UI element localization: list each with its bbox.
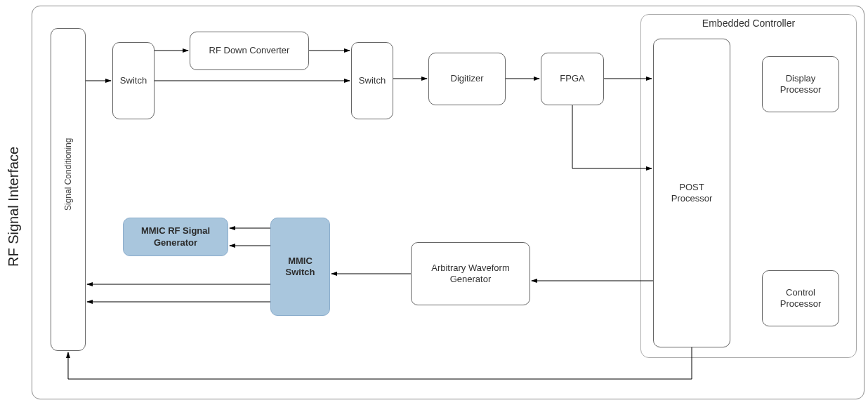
fpga-block: FPGA (541, 53, 604, 105)
post-processor-block: POST Processor (653, 39, 730, 347)
embedded-controller-title-text: Embedded Controller (702, 18, 795, 29)
display-processor-block: Display Processor (762, 56, 839, 112)
switch-2-block: Switch (351, 42, 393, 119)
rf-signal-interface-label: RF Signal Interface (6, 147, 22, 267)
mmic-rf-signal-generator-label: MMIC RF Signal Generator (128, 225, 223, 248)
control-processor-block: Control Processor (762, 270, 839, 326)
rf-down-converter-block: RF Down Converter (190, 32, 309, 70)
signal-conditioning-text: Signal Conditioning (63, 138, 73, 211)
mmic-rf-signal-generator-block: MMIC RF Signal Generator (123, 218, 228, 256)
awg-block: Arbitrary Waveform Generator (411, 242, 530, 305)
diagram-canvas: RF Signal Interface Signal Conditioning … (0, 0, 868, 405)
fpga-label: FPGA (560, 73, 584, 84)
awg-label: Arbitrary Waveform Generator (416, 263, 525, 286)
control-processor-label: Control Processor (767, 287, 834, 310)
display-processor-label: Display Processor (767, 73, 834, 96)
rf-signal-interface-text: RF Signal Interface (6, 147, 21, 267)
digitizer-label: Digitizer (451, 73, 484, 84)
digitizer-block: Digitizer (428, 53, 506, 105)
switch-1-label: Switch (120, 75, 147, 86)
signal-conditioning-label: Signal Conditioning (63, 138, 73, 211)
mmic-switch-block: MMIC Switch (270, 218, 330, 316)
rf-down-converter-label: RF Down Converter (209, 45, 290, 56)
post-processor-label: POST Processor (658, 182, 725, 205)
embedded-controller-title: Embedded Controller (641, 18, 856, 29)
switch-1-block: Switch (112, 42, 154, 119)
switch-2-label: Switch (359, 75, 386, 86)
mmic-switch-label: MMIC Switch (275, 255, 325, 279)
